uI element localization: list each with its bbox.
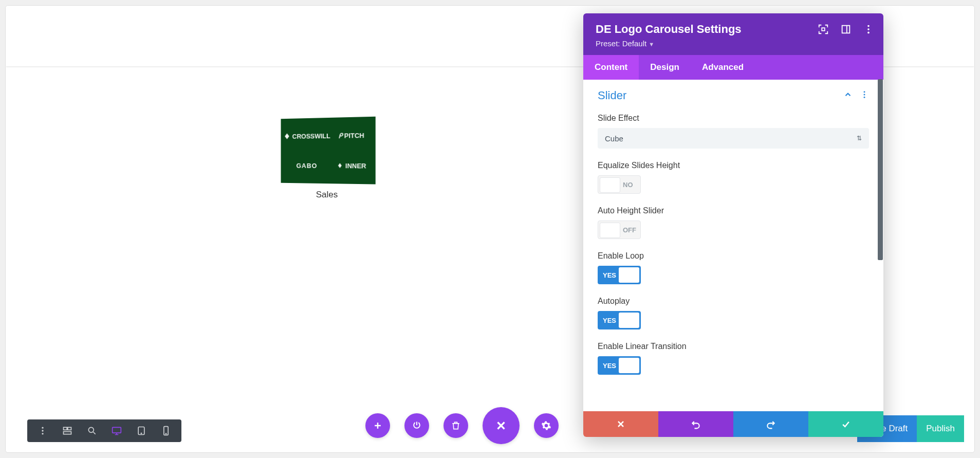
cancel-button[interactable] bbox=[583, 411, 658, 437]
toggle-label: YES bbox=[603, 271, 616, 279]
svg-rect-5 bbox=[64, 432, 71, 434]
svg-point-0 bbox=[42, 427, 43, 429]
menu-icon[interactable] bbox=[30, 419, 55, 442]
svg-point-27 bbox=[864, 94, 865, 96]
logo-carousel-preview[interactable]: CROSSWILL ᑭ PITCH GABO INNER Sales bbox=[278, 118, 381, 200]
svg-rect-3 bbox=[64, 427, 67, 430]
phone-icon[interactable] bbox=[154, 419, 178, 442]
equalize-toggle[interactable]: NO bbox=[598, 175, 641, 194]
svg-point-28 bbox=[864, 97, 865, 98]
chevron-down-icon: ▼ bbox=[649, 41, 654, 47]
field-label: Equalize Slides Height bbox=[598, 161, 869, 170]
slide-caption: Sales bbox=[278, 190, 376, 200]
field-label: Auto Height Slider bbox=[598, 206, 869, 215]
autoplay-toggle[interactable]: YES bbox=[598, 311, 641, 329]
tab-content[interactable]: Content bbox=[583, 55, 639, 80]
svg-line-7 bbox=[94, 432, 96, 434]
gear-button[interactable] bbox=[534, 413, 559, 438]
field-autoplay: Autoplay YES bbox=[598, 297, 869, 329]
modal-tabs: Content Design Advanced bbox=[583, 55, 883, 80]
field-slide-effect: Slide Effect Cube bbox=[598, 114, 869, 149]
toggle-label: NO bbox=[623, 181, 633, 189]
svg-point-26 bbox=[864, 91, 865, 93]
svg-point-14 bbox=[165, 433, 166, 434]
field-label: Enable Linear Transition bbox=[598, 342, 869, 351]
preset-dropdown[interactable]: Preset: Default▼ bbox=[596, 39, 871, 48]
svg-point-24 bbox=[867, 28, 870, 30]
field-label: Enable Loop bbox=[598, 251, 869, 261]
settings-modal: DE Logo Carousel Settings Preset: Defaul… bbox=[583, 13, 883, 437]
logo-slide: CROSSWILL ᑭ PITCH GABO INNER bbox=[281, 117, 376, 185]
svg-rect-4 bbox=[68, 427, 71, 430]
toggle-label: YES bbox=[603, 317, 616, 324]
section-slider-title[interactable]: Slider bbox=[598, 89, 626, 102]
modal-footer bbox=[583, 411, 883, 437]
svg-point-1 bbox=[42, 430, 43, 431]
logo-label: CROSSWILL bbox=[292, 132, 330, 140]
toggle-knob bbox=[600, 223, 620, 238]
add-button[interactable] bbox=[365, 413, 390, 438]
confirm-button[interactable] bbox=[808, 411, 883, 437]
close-button[interactable] bbox=[483, 407, 520, 444]
logo-label: PITCH bbox=[344, 131, 364, 139]
redo-button[interactable] bbox=[733, 411, 808, 437]
scrollbar-thumb[interactable] bbox=[878, 79, 883, 260]
svg-point-25 bbox=[867, 32, 870, 34]
wireframe-icon[interactable] bbox=[55, 419, 80, 442]
logo-item: GABO bbox=[297, 161, 318, 169]
svg-point-2 bbox=[42, 433, 43, 434]
svg-rect-21 bbox=[842, 26, 850, 33]
kebab-icon[interactable] bbox=[860, 90, 869, 101]
field-label: Autoplay bbox=[598, 297, 869, 306]
chevron-up-icon[interactable] bbox=[843, 90, 853, 101]
undo-button[interactable] bbox=[658, 411, 733, 437]
tab-design[interactable]: Design bbox=[639, 55, 691, 80]
publish-button[interactable]: Publish bbox=[917, 415, 964, 442]
modal-header: DE Logo Carousel Settings Preset: Defaul… bbox=[583, 13, 883, 55]
svg-point-12 bbox=[141, 433, 141, 433]
trash-button[interactable] bbox=[443, 413, 468, 438]
field-equalize: Equalize Slides Height NO bbox=[598, 161, 869, 194]
logo-item: ᑭ PITCH bbox=[338, 131, 364, 139]
logo-item: INNER bbox=[336, 162, 366, 170]
snap-icon[interactable] bbox=[840, 24, 852, 35]
field-enable-loop: Enable Loop YES bbox=[598, 251, 869, 284]
toggle-label: YES bbox=[603, 362, 616, 370]
logo-item: CROSSWILL bbox=[284, 132, 330, 140]
zoom-icon[interactable] bbox=[80, 419, 104, 442]
toggle-knob bbox=[619, 358, 639, 373]
toggle-label: OFF bbox=[623, 226, 636, 234]
svg-point-23 bbox=[867, 25, 870, 27]
svg-rect-20 bbox=[822, 28, 825, 31]
tab-advanced[interactable]: Advanced bbox=[691, 55, 755, 80]
toggle-knob bbox=[600, 177, 620, 193]
preset-label: Preset: Default bbox=[596, 39, 646, 48]
toggle-knob bbox=[619, 313, 639, 328]
enable-loop-toggle[interactable]: YES bbox=[598, 266, 641, 284]
linear-transition-toggle[interactable]: YES bbox=[598, 356, 641, 375]
expand-icon[interactable] bbox=[818, 24, 829, 35]
select-value: Cube bbox=[605, 134, 623, 143]
field-auto-height: Auto Height Slider OFF bbox=[598, 206, 869, 239]
view-toolbar bbox=[27, 419, 181, 442]
auto-height-toggle[interactable]: OFF bbox=[598, 221, 641, 239]
page-actions bbox=[365, 407, 559, 444]
toggle-knob bbox=[619, 267, 639, 283]
svg-point-6 bbox=[88, 427, 94, 432]
kebab-icon[interactable] bbox=[863, 24, 874, 35]
desktop-icon[interactable] bbox=[104, 419, 129, 442]
field-linear-transition: Enable Linear Transition YES bbox=[598, 342, 869, 375]
field-label: Slide Effect bbox=[598, 114, 869, 123]
slide-effect-select[interactable]: Cube bbox=[598, 128, 869, 149]
tablet-icon[interactable] bbox=[129, 419, 154, 442]
logo-label: INNER bbox=[345, 162, 366, 170]
power-button[interactable] bbox=[404, 413, 429, 438]
logo-label: GABO bbox=[297, 161, 318, 169]
svg-rect-8 bbox=[113, 427, 121, 433]
modal-body[interactable]: Slider Slide Effect Cube Equalize Slid bbox=[583, 80, 883, 411]
